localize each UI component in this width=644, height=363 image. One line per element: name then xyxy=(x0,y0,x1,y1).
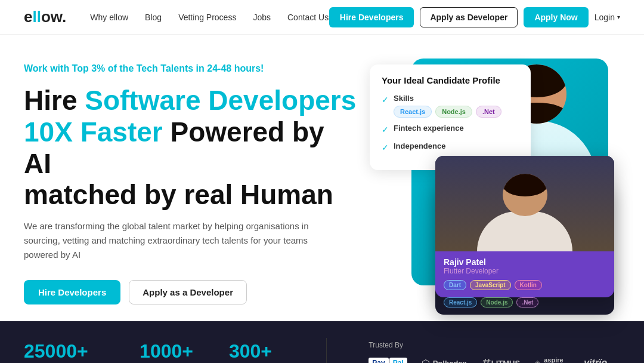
hero-hire-button[interactable]: Hire Developers xyxy=(24,280,120,304)
nav-buttons: Hire Developers Apply as Developer Apply… xyxy=(329,7,620,27)
footer-stats: 25000+ ellow certified candidates 1000+ … xyxy=(0,321,644,363)
aspire-text: aspire xyxy=(544,356,569,363)
polkadex-text: Polkadex xyxy=(433,359,467,364)
aspire-icon: ◈ xyxy=(534,358,541,363)
hero-h1-hire: Hire xyxy=(24,85,85,116)
hero-apply-button[interactable]: Apply as a Developer xyxy=(129,280,247,304)
navbar: ellow. Why ellow Blog Vetting Process Jo… xyxy=(0,0,644,35)
logo-accent: ll xyxy=(32,8,41,26)
apply-as-developer-button[interactable]: Apply as Developer xyxy=(420,7,518,27)
rajiv-tags: Dart JavaScript Kotlin xyxy=(444,280,606,290)
rajiv-tag-js: JavaScript xyxy=(470,280,511,290)
aspire-logo: ◈ aspire SYSTEMS xyxy=(534,356,569,363)
vitrio-text: vitrïo xyxy=(584,358,607,363)
jenny-tag-react: React.js xyxy=(444,297,477,307)
hero-heading: Hire Software Developers 10X Faster Powe… xyxy=(24,85,358,211)
trusted-section: Trusted By Pay Pal ⬡ Polkadex ⌗ LITMUS ◈… xyxy=(369,341,607,363)
check-icon: ✓ xyxy=(382,95,389,104)
hero-description: We are transforming the global talent ma… xyxy=(24,219,310,262)
rajiv-tag-dart: Dart xyxy=(444,280,466,290)
nav-why-ellow[interactable]: Why ellow xyxy=(90,13,128,22)
hero-h1-accent2: 10X Faster xyxy=(24,116,163,147)
tag-dotnet: .Net xyxy=(476,106,501,118)
hero-h1-accent1: Software Developers xyxy=(85,85,356,116)
litmus-icon: ⌗ xyxy=(481,355,488,363)
stat-number-candidates: 25000+ xyxy=(24,340,104,362)
stat-number-customers: 300+ xyxy=(229,340,284,362)
nav-vetting[interactable]: Vetting Process xyxy=(178,13,236,22)
litmus-text: LITMUS xyxy=(491,359,520,364)
login-button[interactable]: Login ▾ xyxy=(595,13,620,22)
tag-nodejs: Node.js xyxy=(435,106,472,118)
trusted-logos: Pay Pal ⬡ Polkadex ⌗ LITMUS ◈ aspire SYS… xyxy=(369,355,607,363)
rajiv-role: Flutter Developer xyxy=(444,267,606,275)
jenny-tag-net: .Net xyxy=(516,297,538,307)
jenny-tag-node: Node.js xyxy=(481,297,513,307)
polkadex-logo: ⬡ Polkadex xyxy=(422,358,467,364)
chevron-down-icon: ▾ xyxy=(617,14,620,20)
stat-number-contracts: 1000+ xyxy=(140,340,193,362)
fintech-label: Fintech experience xyxy=(394,124,464,133)
hero-h1-human: matched by real Human xyxy=(24,179,333,210)
profile-fintech-row: ✓ Fintech experience xyxy=(382,124,519,136)
logo[interactable]: ellow. xyxy=(24,8,66,26)
stat-customers: 300+ Happy customers xyxy=(229,340,284,364)
stat-candidates: 25000+ ellow certified candidates xyxy=(24,340,104,364)
skills-label: Skills xyxy=(394,94,501,103)
profile-card-title: Your Ideal Candidate Profile xyxy=(382,75,519,85)
hero-content: Work with Top 3% of the Tech Talents in … xyxy=(24,63,358,305)
stat-contracts: 1000+ Contracts xyxy=(140,340,193,364)
profile-independence-row: ✓ Independence xyxy=(382,141,519,153)
rajiv-tag-kotlin: Kotlin xyxy=(515,280,542,290)
polkadex-icon: ⬡ xyxy=(422,358,430,364)
nav-links: Why ellow Blog Vetting Process Jobs Cont… xyxy=(90,13,329,22)
paypal-icon: Pay xyxy=(369,358,388,363)
hire-developers-button[interactable]: Hire Developers xyxy=(329,7,414,27)
jenny-tags: React.js Node.js .Net xyxy=(444,297,606,307)
rajiv-name: Rajiv Patel xyxy=(444,257,606,267)
rajiv-info: Rajiv Patel Flutter Developer Dart JavaS… xyxy=(435,251,614,297)
skills-tags: React.js Node.js .Net xyxy=(394,106,501,118)
nav-jobs[interactable]: Jobs xyxy=(253,13,271,22)
hero-buttons: Hire Developers Apply as a Developer xyxy=(24,280,358,304)
candidate-profile-card: Your Ideal Candidate Profile ✓ Skills Re… xyxy=(370,64,531,170)
nav-contact[interactable]: Contact Us xyxy=(287,13,329,22)
tag-react: React.js xyxy=(394,106,432,118)
independence-label: Independence xyxy=(394,141,445,150)
divider xyxy=(326,338,327,363)
paypal-logo: Pay Pal xyxy=(369,358,407,363)
profile-skills-row: ✓ Skills React.js Node.js .Net xyxy=(382,94,519,118)
check-icon-3: ✓ xyxy=(382,143,389,152)
litmus-logo: ⌗ LITMUS xyxy=(481,355,520,363)
hero-tagline: Work with Top 3% of the Tech Talents in … xyxy=(24,63,358,74)
hero-section: Work with Top 3% of the Tech Talents in … xyxy=(0,35,644,321)
rajiv-patel-card: Rajiv Patel Flutter Developer Dart JavaS… xyxy=(435,156,614,297)
check-icon-2: ✓ xyxy=(382,125,389,134)
vitrio-logo: vitrïo xyxy=(584,358,607,363)
paypal-icon-2: Pal xyxy=(389,358,407,363)
rajiv-photo xyxy=(435,156,614,251)
apply-now-button[interactable]: Apply Now xyxy=(524,7,588,27)
trusted-label: Trusted By xyxy=(369,341,607,349)
hero-visual: Your Ideal Candidate Profile ✓ Skills Re… xyxy=(358,59,608,309)
nav-blog[interactable]: Blog xyxy=(145,13,162,22)
